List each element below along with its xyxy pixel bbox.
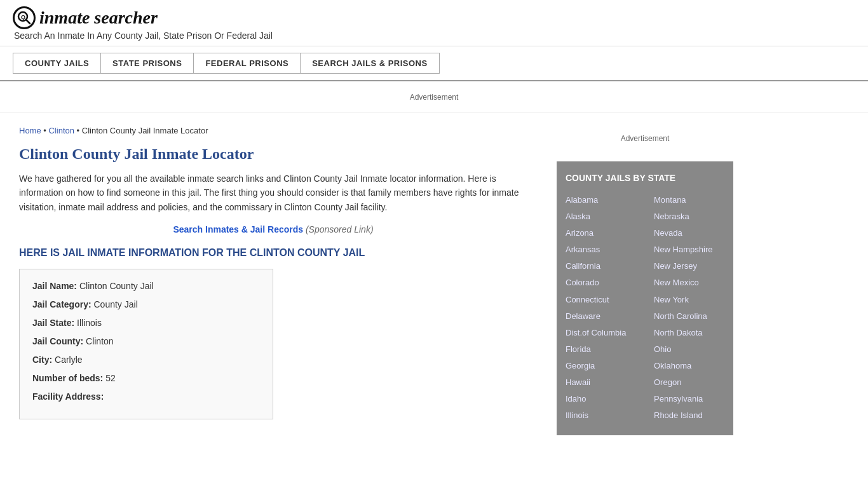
jail-state-row: Jail State: Illinois xyxy=(32,316,260,330)
breadcrumb-state[interactable]: Clinton xyxy=(48,126,74,135)
sponsored-link-container: Search Inmates & Jail Records (Sponsored… xyxy=(19,224,527,234)
jail-state-label: Jail State: xyxy=(32,318,74,328)
state-box: COUNTY JAILS BY STATE AlabamaAlaskaArizo… xyxy=(557,161,733,435)
ad-label: Advertisement xyxy=(410,93,459,102)
state-link[interactable]: North Dakota xyxy=(654,325,724,341)
jail-name-val: Clinton County Jail xyxy=(79,281,154,291)
logo-icon: Q xyxy=(13,6,36,29)
state-col-left: AlabamaAlaskaArizonaArkansasCaliforniaCo… xyxy=(557,189,645,429)
jail-beds-label: Number of beds: xyxy=(32,373,103,383)
svg-text:Q: Q xyxy=(21,14,25,20)
state-link[interactable]: Alabama xyxy=(566,192,636,208)
state-link[interactable]: Oklahoma xyxy=(654,358,724,374)
jail-city-label: City: xyxy=(32,355,52,365)
state-link[interactable]: Ohio xyxy=(654,341,724,358)
breadcrumb-home[interactable]: Home xyxy=(19,126,41,135)
sidebar: Advertisement COUNTY JAILS BY STATE Alab… xyxy=(546,113,743,448)
jail-address-row: Facility Address: xyxy=(32,390,260,403)
svg-line-1 xyxy=(26,20,30,24)
state-link[interactable]: Georgia xyxy=(566,358,636,374)
jail-address-label: Facility Address: xyxy=(32,391,104,402)
jail-city-val: Carlyle xyxy=(55,355,83,365)
nav-county-jails[interactable]: COUNTY JAILS xyxy=(13,53,100,74)
top-ad-banner: Advertisement xyxy=(0,81,868,113)
logo-inmate: inmate searcher xyxy=(39,8,158,27)
state-link[interactable]: Colorado xyxy=(566,274,636,291)
sidebar-ad-label: Advertisement xyxy=(621,134,670,143)
state-link[interactable]: Delaware xyxy=(566,308,636,325)
state-link[interactable]: Florida xyxy=(566,341,636,358)
state-link[interactable]: New York xyxy=(654,292,724,308)
state-link[interactable]: Pennsylvania xyxy=(654,391,724,407)
logo-text: inmate searcher xyxy=(39,8,158,28)
jail-name-label: Jail Name: xyxy=(32,281,77,291)
jail-city-row: City: Carlyle xyxy=(32,353,260,367)
state-link[interactable]: Oregon xyxy=(654,374,724,391)
state-link[interactable]: Alaska xyxy=(566,208,636,225)
state-link[interactable]: New Jersey xyxy=(654,258,724,274)
state-columns: AlabamaAlaskaArizonaArkansasCaliforniaCo… xyxy=(557,189,733,429)
state-link[interactable]: New Hampshire xyxy=(654,241,724,258)
state-link[interactable]: Arizona xyxy=(566,225,636,241)
state-link[interactable]: North Carolina xyxy=(654,308,724,325)
state-box-header: COUNTY JAILS BY STATE xyxy=(557,168,733,189)
state-link[interactable]: New Mexico xyxy=(654,274,724,291)
jail-info-box: Jail Name: Clinton County Jail Jail Cate… xyxy=(19,269,273,419)
jail-beds-row: Number of beds: 52 xyxy=(32,372,260,385)
jail-state-val: Illinois xyxy=(77,318,102,328)
state-col-right: MontanaNebraskaNevadaNew HampshireNew Je… xyxy=(645,189,733,429)
jail-category-val: County Jail xyxy=(93,299,137,309)
state-link[interactable]: California xyxy=(566,258,636,274)
logo-area: Q inmate searcher xyxy=(13,6,855,29)
state-link[interactable]: Arkansas xyxy=(566,241,636,258)
site-tagline: Search An Inmate In Any County Jail, Sta… xyxy=(13,30,855,41)
jail-category-label: Jail Category: xyxy=(32,299,92,309)
page-description: We have gathered for you all the availab… xyxy=(19,172,527,214)
breadcrumb-current: Clinton County Jail Inmate Locator xyxy=(82,126,208,135)
jail-county-label: Jail County: xyxy=(32,336,83,346)
nav-bar: COUNTY JAILS STATE PRISONS FEDERAL PRISO… xyxy=(0,46,868,81)
main-layout: Home • Clinton • Clinton County Jail Inm… xyxy=(0,113,868,448)
sponsored-link[interactable]: Search Inmates & Jail Records xyxy=(173,224,303,234)
state-link[interactable]: Montana xyxy=(654,192,724,208)
state-link[interactable]: Nebraska xyxy=(654,208,724,225)
sponsored-suffix-text: (Sponsored Link) xyxy=(306,224,374,234)
jail-county-row: Jail County: Clinton xyxy=(32,335,260,348)
nav-state-prisons[interactable]: STATE PRISONS xyxy=(100,53,193,74)
main-content: Home • Clinton • Clinton County Jail Inm… xyxy=(0,113,546,448)
state-link[interactable]: Dist.of Columbia xyxy=(566,325,636,341)
jail-category-row: Jail Category: County Jail xyxy=(32,298,260,311)
site-header: Q inmate searcher Search An Inmate In An… xyxy=(0,0,868,46)
state-link[interactable]: Idaho xyxy=(566,391,636,407)
jail-county-val: Clinton xyxy=(86,336,114,346)
jail-beds-val: 52 xyxy=(105,373,116,383)
info-section-header: HERE IS JAIL INMATE INFORMATION FOR THE … xyxy=(19,247,527,259)
state-link[interactable]: Illinois xyxy=(566,407,636,424)
page-title: Clinton County Jail Inmate Locator xyxy=(19,146,527,163)
jail-name-row: Jail Name: Clinton County Jail xyxy=(32,280,260,293)
breadcrumb: Home • Clinton • Clinton County Jail Inm… xyxy=(19,126,527,135)
sidebar-ad: Advertisement xyxy=(557,126,733,151)
state-link[interactable]: Nevada xyxy=(654,225,724,241)
state-link[interactable]: Hawaii xyxy=(566,374,636,391)
breadcrumb-sep2: • xyxy=(77,126,82,135)
nav-search-jails-prisons[interactable]: SEARCH JAILS & PRISONS xyxy=(300,53,439,74)
nav-federal-prisons[interactable]: FEDERAL PRISONS xyxy=(193,53,300,74)
state-link[interactable]: Connecticut xyxy=(566,292,636,308)
state-link[interactable]: Rhode Island xyxy=(654,407,724,424)
